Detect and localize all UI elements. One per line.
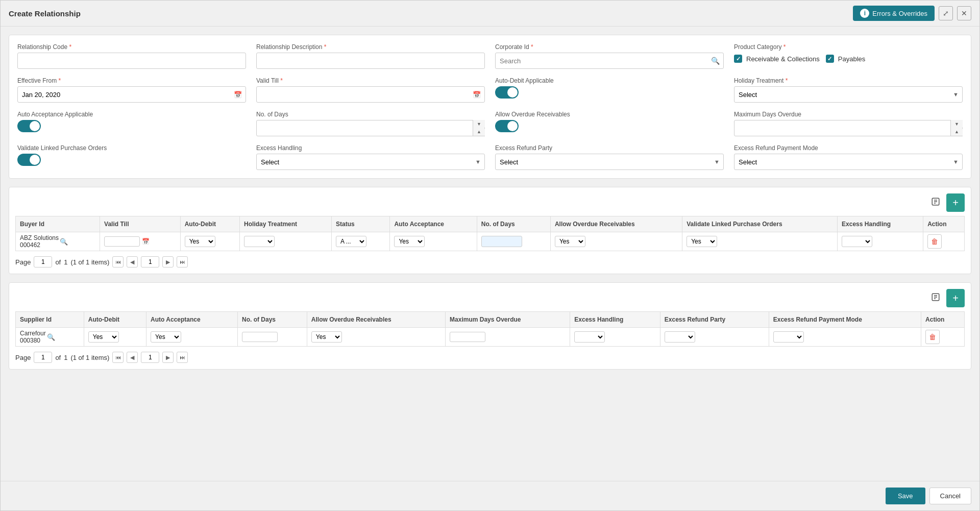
allow-overdue-toggle[interactable] [495,120,519,132]
buyer-excess-handling-select[interactable] [842,236,872,247]
corporate-id-input-wrapper: 🔍 [495,53,724,69]
supplier-excess-handling-col-header: Excess Handling [570,312,660,328]
action-col-header: Action [923,216,965,232]
max-days-spinner-down[interactable]: ▼ [951,120,963,128]
corporate-id-input[interactable] [495,53,724,69]
effective-from-input[interactable] [17,86,246,103]
buyer-table: Buyer Id Valid Till Auto-Debit Holiday T… [15,216,965,251]
buyer-page-input[interactable] [34,256,52,267]
validate-linked-toggle[interactable] [17,154,41,166]
buyer-current-page-input[interactable] [141,256,159,267]
buyer-id-search: ABZ Solutions 000462 🔍 [20,234,95,249]
supplier-excess-handling-select[interactable] [574,331,605,343]
supplier-current-page-input[interactable] [141,352,159,363]
supplier-allow-overdue-col-header: Allow Overdue Receivables [307,312,445,328]
buyer-last-page-button[interactable]: ⏭ [177,256,188,267]
auto-debit-col-header: Auto-Debit [180,216,239,232]
buyer-calendar-icon[interactable]: 📅 [142,238,150,245]
buyer-auto-acceptance-cell: Yes No [390,232,477,251]
product-category-rc-checkbox[interactable]: ✓ [734,55,742,63]
buyer-first-page-button[interactable]: ⏮ [112,256,124,267]
buyer-id-col-header: Buyer Id [16,216,100,232]
supplier-items-label: (1 of 1 items) [70,354,109,361]
buyer-valid-till-input[interactable] [104,236,140,247]
cancel-button[interactable]: Cancel [929,488,971,504]
buyer-items-label: (1 of 1 items) [70,258,109,266]
supplier-first-page-button[interactable]: ⏮ [112,352,124,363]
buyer-action-cell: 🗑 [923,232,965,251]
max-days-overdue-label: Maximum Days Overdue [734,111,963,118]
buyer-auto-debit-select[interactable]: Yes No [185,236,215,247]
supplier-allow-overdue-select[interactable]: Yes No [311,331,342,343]
auto-debit-toggle[interactable] [495,86,519,99]
required-indicator-3: * [531,43,533,51]
supplier-no-of-days-input[interactable] [242,332,278,342]
search-icon[interactable]: 🔍 [711,57,720,65]
auto-acceptance-toggle-wrapper [17,120,246,132]
buyer-allow-overdue-select[interactable]: Yes No [555,236,585,247]
supplier-search-icon[interactable]: 🔍 [47,333,55,341]
buyer-validate-linked-select-wrapper: Yes No [687,236,833,247]
expand-button[interactable]: ⤢ [939,6,953,20]
relationship-desc-label: Relationship Description * [256,43,485,51]
buyer-excess-handling-cell [838,232,923,251]
check-icon-2: ✓ [827,56,832,62]
effective-from-input-wrapper: 📅 [17,86,246,103]
max-days-spinner-up[interactable]: ▲ [951,128,963,137]
calendar-icon-2[interactable]: 📅 [473,91,481,99]
buyer-search-icon[interactable]: 🔍 [60,238,68,246]
buyer-delete-button[interactable]: 🗑 [927,234,942,249]
no-of-days-input[interactable] [256,120,485,136]
buyer-validate-linked-select[interactable]: Yes No [687,236,717,247]
supplier-next-page-button[interactable]: ▶ [162,352,174,363]
buyer-table-edit-button[interactable] [929,193,942,212]
buyer-validate-linked-cell: Yes No [682,232,838,251]
excess-refund-payment-select[interactable]: Select [734,154,963,170]
calendar-icon[interactable]: 📅 [234,91,242,99]
buyer-status-select[interactable]: A ... [336,236,366,247]
effective-from-label: Effective From * [17,77,246,84]
product-category-payables-checkbox[interactable]: ✓ [826,55,834,63]
supplier-auto-debit-select[interactable]: Yes No [88,331,119,343]
product-category-rc-group: ✓ Receivable & Collections [734,55,820,63]
supplier-last-page-button[interactable]: ⏭ [177,352,188,363]
buyer-table-add-button[interactable]: + [946,193,965,212]
corporate-id-label: Corporate Id * [495,43,724,51]
buyer-no-of-days-input[interactable] [481,236,522,247]
valid-till-input[interactable] [256,86,485,103]
holiday-treatment-col-header: Holiday Treatment [240,216,332,232]
supplier-max-days-cell [446,328,570,347]
buyer-holiday-treatment-select[interactable] [244,236,275,247]
supplier-table-edit-button[interactable] [929,289,942,307]
excess-handling-select[interactable]: Select [256,154,485,170]
buyer-prev-page-button[interactable]: ◀ [127,256,138,267]
supplier-excess-refund-payment-select[interactable] [773,331,804,343]
save-button[interactable]: Save [886,488,925,504]
supplier-excess-refund-party-select[interactable] [665,331,695,343]
supplier-table-add-button[interactable]: + [946,289,965,307]
supplier-page-input[interactable] [34,352,52,363]
supplier-excess-handling-select-wrapper [574,331,656,343]
supplier-auto-acceptance-select-wrapper: Yes No [151,331,233,343]
relationship-desc-input[interactable] [256,53,485,69]
supplier-delete-button[interactable]: 🗑 [925,330,940,344]
supplier-prev-page-button[interactable]: ◀ [127,352,138,363]
supplier-max-days-input[interactable] [450,332,485,342]
holiday-treatment-select[interactable]: Select [734,86,963,103]
buyer-next-page-button[interactable]: ▶ [162,256,174,267]
spinner-down-btn[interactable]: ▼ [473,120,485,128]
buyer-table-header: Buyer Id Valid Till Auto-Debit Holiday T… [16,216,965,232]
allow-overdue-group: Allow Overdue Receivables [495,111,724,136]
close-button[interactable]: ✕ [957,6,971,20]
spinner-up-btn[interactable]: ▲ [473,128,485,137]
buyer-auto-acceptance-select[interactable]: Yes No [394,236,425,247]
buyer-holiday-treatment-select-wrapper [244,236,327,247]
auto-acceptance-label: Auto Acceptance Applicable [17,111,246,118]
supplier-auto-acceptance-select[interactable]: Yes No [151,331,181,343]
errors-overrides-button[interactable]: i Errors & Overrides [853,6,935,21]
relationship-code-input[interactable] [17,53,246,69]
buyer-page-label: Page [15,258,31,266]
auto-acceptance-toggle[interactable] [17,120,41,132]
max-days-input[interactable] [734,120,963,136]
excess-refund-party-select[interactable]: Select [495,154,724,170]
